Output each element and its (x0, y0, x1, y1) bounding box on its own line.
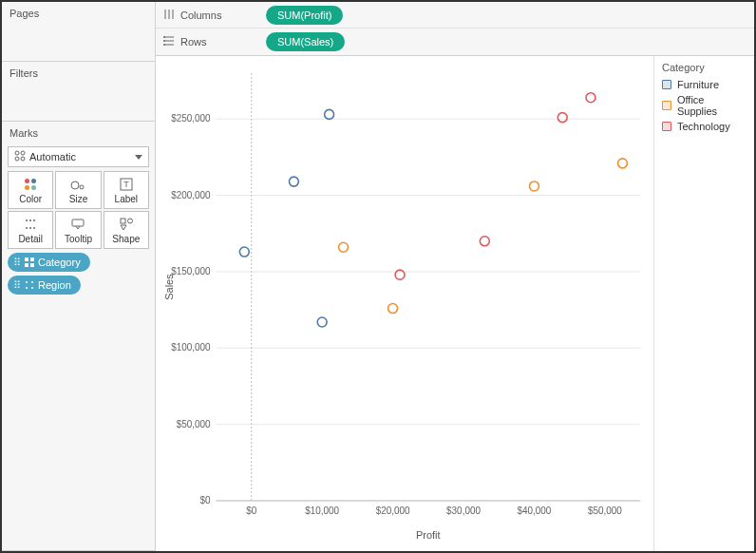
svg-text:$100,000: $100,000 (171, 342, 211, 353)
marks-tooltip-button[interactable]: Tooltip (55, 211, 101, 249)
svg-point-12 (29, 227, 31, 229)
marks-type-dropdown[interactable]: Automatic (8, 146, 149, 167)
svg-text:$20,000: $20,000 (376, 505, 410, 516)
svg-point-2 (15, 157, 19, 161)
legend-item-technology[interactable]: Technology (662, 119, 747, 134)
svg-point-16 (127, 219, 132, 223)
color-icon (25, 257, 34, 267)
data-point[interactable] (558, 113, 567, 123)
svg-rect-14 (72, 219, 84, 226)
legend-item-label: Furniture (677, 79, 719, 90)
svg-point-5 (80, 185, 84, 189)
grip-icon: ⠿ (13, 279, 21, 292)
svg-text:$150,000: $150,000 (171, 266, 211, 276)
marks-pill-region[interactable]: ⠿Region (8, 276, 81, 295)
size-icon (70, 177, 85, 192)
svg-text:$40,000: $40,000 (518, 505, 552, 516)
data-point[interactable] (480, 237, 489, 246)
svg-text:$30,000: $30,000 (446, 505, 481, 516)
mark-btn-label: Color (19, 194, 42, 204)
svg-text:$50,000: $50,000 (588, 505, 622, 516)
legend-swatch (662, 101, 671, 110)
marks-color-button[interactable]: Color (8, 171, 53, 209)
svg-text:Sales: Sales (163, 274, 175, 300)
marks-detail-button[interactable]: Detail (8, 211, 53, 249)
svg-point-1 (21, 151, 25, 155)
rows-label: Rows (180, 36, 207, 48)
shape-icon (120, 217, 133, 232)
svg-point-23 (26, 287, 28, 289)
marks-shape-button[interactable]: Shape (104, 211, 149, 249)
pill-label: Category (38, 257, 81, 268)
chevron-down-icon (135, 155, 142, 160)
marks-pill-category[interactable]: ⠿Category (8, 253, 90, 272)
svg-text:T: T (123, 180, 129, 189)
data-point[interactable] (317, 317, 327, 327)
marks-label-button[interactable]: TLabel (104, 171, 149, 209)
detail-icon (25, 280, 34, 290)
label-icon: T (120, 177, 133, 192)
svg-point-13 (33, 227, 35, 229)
svg-point-9 (29, 219, 31, 221)
svg-point-22 (31, 281, 33, 283)
mark-btn-label: Size (69, 194, 87, 204)
filters-shelf[interactable] (2, 83, 155, 121)
svg-point-8 (26, 219, 28, 221)
data-point[interactable] (388, 304, 398, 314)
marks-card-title: Marks (2, 122, 155, 143)
svg-point-32 (163, 40, 165, 42)
legend-item-furniture[interactable]: Furniture (662, 77, 747, 92)
svg-point-21 (26, 281, 28, 283)
legend-swatch (662, 122, 671, 131)
data-point[interactable] (586, 93, 595, 103)
columns-pill[interactable]: SUM(Profit) (266, 6, 343, 25)
svg-text:$0: $0 (246, 505, 256, 516)
rows-shelf[interactable]: Rows SUM(Sales) (156, 29, 754, 55)
svg-point-4 (71, 181, 79, 189)
svg-point-33 (163, 44, 165, 46)
svg-rect-18 (30, 257, 34, 261)
svg-rect-17 (25, 257, 28, 261)
filters-card-title: Filters (2, 62, 155, 83)
rows-pill[interactable]: SUM(Sales) (266, 32, 345, 51)
svg-point-11 (26, 227, 28, 229)
data-point[interactable] (239, 247, 249, 257)
legend-title: Category (662, 62, 747, 73)
svg-text:Profit: Profit (416, 529, 440, 541)
data-point[interactable] (289, 177, 298, 186)
data-point[interactable] (618, 159, 628, 168)
tooltip-icon (71, 217, 85, 232)
svg-text:$0: $0 (200, 495, 211, 505)
svg-point-10 (33, 219, 35, 221)
automatic-icon (14, 150, 26, 163)
color-legend[interactable]: Category FurnitureOffice SuppliesTechnol… (653, 56, 754, 552)
svg-rect-19 (25, 263, 28, 267)
mark-btn-label: Shape (112, 234, 140, 244)
data-point[interactable] (339, 242, 349, 252)
marks-size-button[interactable]: Size (55, 171, 101, 209)
mark-btn-label: Detail (18, 234, 43, 244)
svg-text:$250,000: $250,000 (171, 113, 211, 124)
columns-icon (163, 9, 175, 22)
detail-icon (25, 217, 36, 232)
pages-shelf[interactable] (2, 23, 155, 61)
svg-text:$200,000: $200,000 (171, 190, 211, 200)
legend-item-label: Technology (677, 121, 730, 132)
svg-rect-20 (30, 263, 34, 267)
svg-rect-15 (121, 219, 125, 223)
svg-text:$10,000: $10,000 (305, 505, 339, 516)
data-point[interactable] (529, 181, 539, 191)
rows-icon (163, 35, 175, 48)
chart-view[interactable]: $0$50,000$100,000$150,000$200,000$250,00… (156, 56, 653, 552)
svg-point-31 (163, 36, 165, 38)
legend-item-office-supplies[interactable]: Office Supplies (662, 92, 747, 119)
pages-card-title: Pages (2, 2, 155, 23)
color-icon (25, 177, 36, 192)
svg-point-3 (21, 157, 25, 161)
svg-text:$50,000: $50,000 (177, 419, 211, 429)
columns-shelf[interactable]: Columns SUM(Profit) (156, 2, 754, 29)
svg-point-0 (15, 151, 19, 155)
data-point[interactable] (325, 109, 334, 119)
pill-label: Region (38, 279, 71, 291)
grip-icon: ⠿ (13, 257, 21, 269)
